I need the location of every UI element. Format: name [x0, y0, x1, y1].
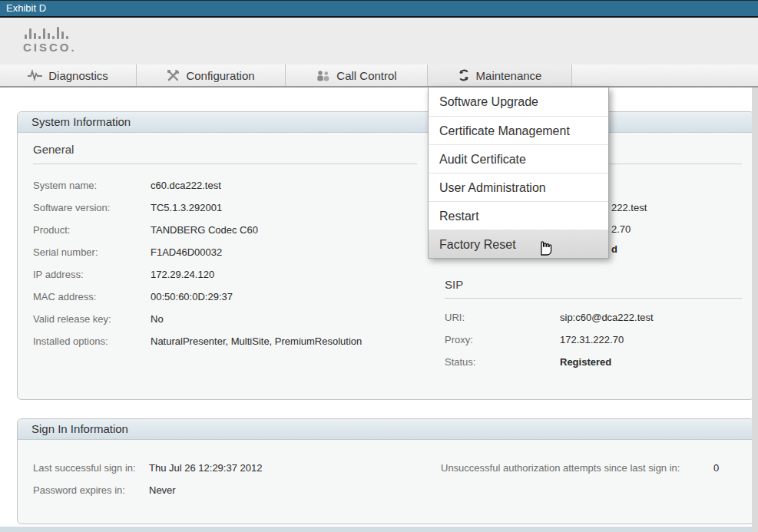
maintenance-menu: Software Upgrade Certificate Management …: [428, 88, 609, 259]
sip-divider: [445, 298, 742, 299]
tools-icon: [167, 69, 180, 81]
menu-item-certificate-management[interactable]: Certificate Management: [429, 116, 608, 144]
tab-call-control[interactable]: Call Control: [286, 64, 428, 86]
row-label: Last successful sign in:: [33, 462, 136, 474]
row-label: Valid release key:: [33, 313, 111, 325]
row-value: F1AD46D00032: [151, 246, 222, 258]
row-value: TANDBERG Codec C60: [151, 224, 258, 236]
tab-label: Call Control: [336, 69, 396, 82]
tab-label: Maintenance: [476, 69, 542, 82]
cisco-logo: CISCO.: [23, 27, 77, 54]
row-value: c60.dca222.test: [151, 180, 221, 191]
hand-pointer-cursor: [536, 235, 554, 259]
row-label: Proxy:: [445, 334, 473, 345]
exhibit-label: Exhibit D: [0, 1, 758, 16]
row-label: Software version:: [33, 202, 110, 213]
cisco-bars-icon: [25, 27, 77, 39]
row-value: 172.29.24.120: [151, 269, 214, 280]
row-label: URI:: [445, 312, 465, 323]
row-value: No: [151, 313, 164, 325]
h323-partial-value: 2.70: [611, 223, 631, 235]
tab-maintenance[interactable]: Maintenance: [428, 64, 572, 86]
row-label: Installed options:: [33, 335, 108, 347]
menu-item-software-upgrade[interactable]: Software Upgrade: [429, 88, 608, 116]
pulse-icon: [28, 69, 42, 81]
tab-label: Diagnostics: [48, 69, 108, 82]
general-section-heading: General: [33, 143, 74, 156]
row-label: Product:: [33, 224, 70, 236]
sip-status-value: Registered: [560, 356, 611, 368]
tab-label: Configuration: [186, 69, 254, 82]
content-area: System Information General System name: …: [0, 88, 758, 527]
menu-item-audit-certificate[interactable]: Audit Certificate: [429, 144, 608, 173]
row-value: Thu Jul 26 12:29:37 2012: [149, 462, 262, 474]
attempts-label: Unsuccessful authorization attempts sinc…: [441, 462, 680, 474]
menu-item-restart[interactable]: Restart: [429, 201, 608, 230]
cisco-wordmark: CISCO.: [23, 41, 77, 54]
row-value: NaturalPresenter, MultiSite, PremiumReso…: [151, 335, 362, 347]
h323-partial-value: 222.test: [611, 202, 647, 213]
menu-item-factory-reset[interactable]: Factory Reset: [429, 230, 608, 258]
panel-title: System Information: [18, 112, 753, 132]
system-information-panel: System Information General System name: …: [17, 111, 754, 400]
row-label: Status:: [445, 356, 475, 368]
exhibit-bar: Exhibit D: [0, 0, 758, 18]
row-label: System name:: [33, 180, 97, 191]
sign-in-information-header: Sign In Information: [18, 419, 753, 440]
page-bottom-strip: [0, 527, 758, 532]
page-edge-strip: [752, 88, 758, 532]
row-label: IP address:: [33, 269, 84, 280]
menu-item-user-administration[interactable]: User Administration: [429, 173, 608, 201]
tab-configuration[interactable]: Configuration: [137, 64, 286, 86]
general-divider: [33, 164, 417, 164]
row-label: Serial number:: [33, 246, 98, 258]
row-label: MAC address:: [33, 291, 96, 302]
sip-section-heading: SIP: [445, 278, 463, 291]
attempts-value: 0: [713, 462, 719, 474]
people-icon: [316, 70, 330, 81]
row-value: Never: [149, 484, 176, 496]
tab-diagnostics[interactable]: Diagnostics: [0, 64, 137, 86]
row-value: sip:c60@dca222.test: [560, 312, 654, 323]
row-label: Password expires in:: [33, 484, 125, 496]
sync-icon: [458, 69, 470, 81]
row-value: 172.31.222.70: [560, 334, 624, 345]
main-nav: Diagnostics Configuration Call Control M…: [0, 64, 758, 88]
row-value: 00:50:60:0D:29:37: [151, 291, 233, 302]
logo-header: CISCO.: [0, 18, 758, 64]
panel-title: Sign In Information: [18, 419, 753, 439]
hand-pointer-icon: [536, 235, 554, 256]
system-information-header: System Information: [18, 112, 753, 133]
row-value: TC5.1.3.292001: [151, 202, 222, 213]
sign-in-information-panel: Sign In Information Last successful sign…: [17, 418, 754, 524]
h323-partial-value: d: [611, 243, 617, 255]
